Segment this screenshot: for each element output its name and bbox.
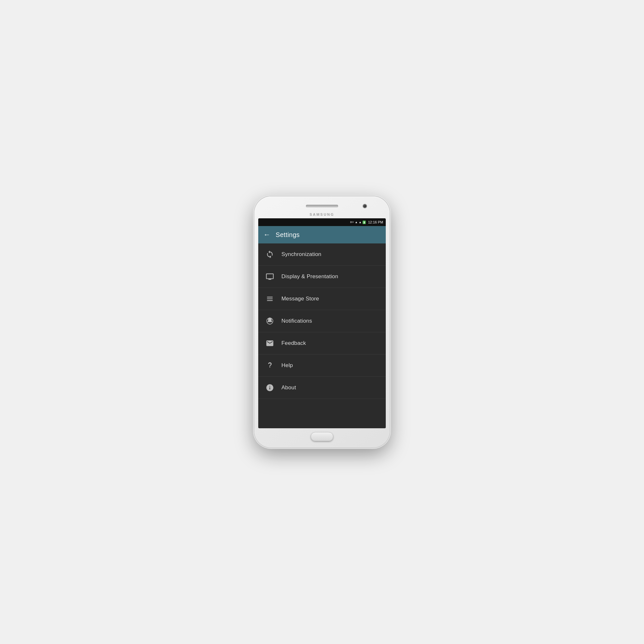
notifications-icon (265, 316, 275, 326)
battery-icon: ▮ (363, 221, 366, 224)
menu-item-message-store[interactable]: Message Store (258, 288, 386, 310)
phone-device: SAMSUNG H+ ▲ ▲ ▮ 12:16 PM ← Settings (254, 196, 390, 448)
message-store-icon (265, 294, 275, 304)
message-store-label: Message Store (281, 296, 319, 302)
settings-menu: Synchronization Display & Presentation (258, 243, 386, 428)
home-button[interactable] (311, 432, 333, 441)
menu-item-about[interactable]: About (258, 377, 386, 399)
sync-label: Synchronization (281, 251, 321, 258)
brand-label: SAMSUNG (309, 212, 334, 217)
h-plus-icon: H+ (350, 221, 354, 224)
phone-bottom-bar (258, 430, 386, 444)
display-icon (265, 271, 275, 282)
feedback-icon (265, 338, 275, 348)
signal-icon: ▲ (355, 221, 358, 224)
display-label: Display & Presentation (281, 273, 338, 280)
feedback-label: Feedback (281, 340, 306, 346)
help-label: Help (281, 362, 293, 369)
notifications-label: Notifications (281, 318, 312, 324)
back-button[interactable]: ← (263, 231, 270, 238)
menu-item-display[interactable]: Display & Presentation (258, 266, 386, 288)
about-icon (265, 383, 275, 393)
app-header: ← Settings (258, 226, 386, 243)
status-icons: H+ ▲ ▲ ▮ 12:16 PM (350, 220, 383, 224)
page-title: Settings (276, 231, 300, 239)
time-display: 12:16 PM (368, 220, 383, 224)
signal2-icon: ▲ (359, 221, 362, 224)
phone-screen: H+ ▲ ▲ ▮ 12:16 PM ← Settings Synchroniza… (258, 218, 386, 428)
menu-item-feedback[interactable]: Feedback (258, 332, 386, 355)
status-bar: H+ ▲ ▲ ▮ 12:16 PM (258, 218, 386, 226)
menu-item-help[interactable]: Help (258, 355, 386, 377)
phone-top-bar (258, 200, 386, 212)
speaker-grille (306, 205, 338, 207)
help-icon (265, 360, 275, 371)
menu-item-notifications[interactable]: Notifications (258, 310, 386, 332)
menu-item-synchronization[interactable]: Synchronization (258, 243, 386, 266)
camera (363, 204, 366, 208)
about-label: About (281, 384, 296, 391)
sync-icon (265, 249, 275, 260)
